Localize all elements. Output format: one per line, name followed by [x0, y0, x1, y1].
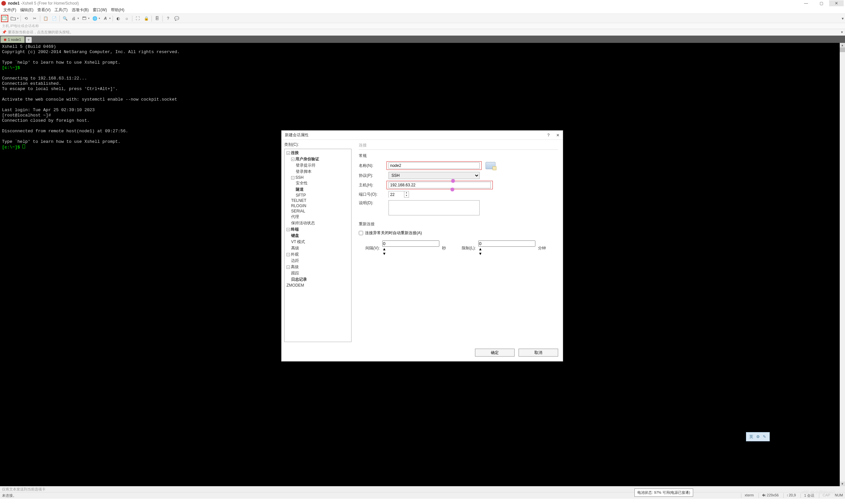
color-icon[interactable]: ◐: [115, 15, 122, 22]
spin-down-icon[interactable]: ▼: [478, 251, 535, 256]
app-icon: [1, 1, 6, 6]
dialog-title: 新建会话属性: [285, 132, 309, 138]
menu-view[interactable]: 查看(V): [35, 6, 52, 14]
window-close-button[interactable]: ✕: [829, 0, 844, 6]
menu-file[interactable]: 文件(F): [1, 6, 18, 14]
tree-node[interactable]: -用户身份验证: [286, 156, 350, 162]
font-dropdown-icon[interactable]: ▾: [109, 17, 110, 20]
menu-tabs[interactable]: 选项卡(B): [70, 6, 91, 14]
paste-icon[interactable]: 📄: [51, 15, 57, 22]
session-status-icon: [4, 39, 6, 41]
ime-lang-icon[interactable]: 英: [748, 434, 754, 440]
tree-node[interactable]: 隧道: [286, 186, 350, 193]
font-icon[interactable]: A: [102, 15, 109, 22]
window-maximize-button[interactable]: ▢: [814, 0, 828, 6]
tree-node[interactable]: -连接: [286, 150, 350, 156]
terminal-scrollbar[interactable]: ▲ ▼: [840, 43, 845, 486]
print-dropdown-icon[interactable]: ▾: [77, 17, 79, 20]
titlebar: node1 - Xshell 5 (Free for Home/School) …: [0, 0, 845, 6]
tree-node[interactable]: -终端: [286, 226, 350, 233]
tree-node[interactable]: VT 模式: [286, 239, 350, 245]
tree-node[interactable]: 保持活动状态: [286, 220, 350, 226]
port-spinner[interactable]: ▲▼: [388, 191, 409, 198]
ime-settings-icon[interactable]: ⚙: [755, 434, 761, 440]
address-bar[interactable]: 主机,IP地址或会话名称: [0, 23, 845, 29]
tree-node[interactable]: 安全性: [286, 180, 350, 186]
host-input[interactable]: [388, 182, 491, 188]
open-dropdown-icon[interactable]: ▾: [17, 17, 18, 20]
log-icon[interactable]: 🗄: [154, 15, 160, 22]
menu-window[interactable]: 窗口(W): [91, 6, 109, 14]
reconnect-icon[interactable]: ⟲: [23, 15, 29, 22]
dialog-help-button[interactable]: ?: [547, 133, 550, 138]
tree-node[interactable]: -外观: [286, 251, 350, 258]
quickbar-dropdown-icon[interactable]: ▾: [841, 30, 843, 34]
scroll-down-icon[interactable]: ▼: [840, 482, 845, 486]
ok-button[interactable]: 确定: [475, 349, 515, 357]
quick-command-bar: 📌 要添加当前会话，点击左侧的箭头按钮。 ▾: [0, 29, 845, 36]
globe-dropdown-icon[interactable]: ▾: [99, 17, 100, 20]
tree-node[interactable]: ZMODEM: [286, 283, 350, 288]
toolbar-overflow-icon[interactable]: ▾: [842, 16, 844, 21]
disconnect-icon[interactable]: ✂: [31, 15, 38, 22]
tree-node[interactable]: 代理: [286, 214, 350, 220]
tree-node[interactable]: 高级: [286, 245, 350, 251]
chat-icon[interactable]: 💬: [173, 15, 180, 22]
window-minimize-button[interactable]: —: [799, 0, 813, 6]
menu-help[interactable]: 帮助(H): [109, 6, 126, 14]
copy-icon[interactable]: 📋: [42, 15, 49, 22]
ime-edit-icon[interactable]: ✎: [761, 434, 768, 440]
tree-node[interactable]: TELNET: [286, 198, 350, 203]
tree-node[interactable]: SFTP: [286, 193, 350, 198]
interval-spinner[interactable]: ▲▼: [382, 240, 439, 256]
watermark-text: of室 @小蕾的oj记: [801, 489, 835, 496]
properties-dropdown-icon[interactable]: ▾: [88, 17, 89, 20]
tree-node[interactable]: -SSH: [286, 175, 350, 180]
limit-spinner[interactable]: ▲▼: [478, 240, 535, 256]
tree-node[interactable]: -高级: [286, 264, 350, 270]
tree-node[interactable]: 日志记录: [286, 276, 350, 283]
spin-up-icon[interactable]: ▲: [478, 247, 535, 251]
ime-toolbar[interactable]: 英 ⚙ ✎: [746, 432, 770, 441]
tree-node[interactable]: 跟踪: [286, 270, 350, 276]
scroll-thumb[interactable]: [840, 48, 845, 52]
spin-down-icon[interactable]: ▼: [404, 194, 409, 197]
fullscreen-icon[interactable]: ⛶: [134, 15, 141, 22]
session-tab[interactable]: 1 node1: [1, 36, 24, 43]
globe-icon[interactable]: 🌐: [91, 15, 98, 22]
separator: [162, 16, 163, 21]
limit-input[interactable]: [478, 240, 535, 247]
interval-input[interactable]: [382, 240, 439, 247]
anchor-icon[interactable]: 📌: [2, 30, 6, 34]
properties-icon[interactable]: 🗔: [81, 15, 87, 22]
spin-up-icon[interactable]: ▲: [404, 191, 409, 194]
help-icon[interactable]: ?: [165, 15, 171, 22]
scroll-up-icon[interactable]: ▲: [840, 43, 845, 48]
tree-node[interactable]: 边距: [286, 258, 350, 264]
tree-node[interactable]: 键盘: [286, 233, 350, 239]
add-tab-button[interactable]: +: [26, 37, 32, 43]
lock-icon[interactable]: 🔒: [143, 15, 149, 22]
search-icon[interactable]: 🔍: [62, 15, 68, 22]
tree-node[interactable]: SERIAL: [286, 209, 350, 214]
category-tree[interactable]: -连接-用户身份验证登录提示符登录脚本-SSH安全性隧道SFTPTELNETRL…: [284, 149, 352, 342]
name-input[interactable]: [388, 162, 480, 169]
protocol-select[interactable]: SSH: [388, 172, 480, 179]
port-input[interactable]: [389, 191, 404, 198]
highlight-icon[interactable]: ☼: [123, 15, 130, 22]
print-icon[interactable]: 🖨: [70, 15, 77, 22]
open-icon[interactable]: [10, 15, 17, 22]
tree-node[interactable]: 登录脚本: [286, 168, 350, 175]
session-bookmark-icon[interactable]: [486, 162, 495, 169]
spin-down-icon[interactable]: ▼: [382, 251, 439, 256]
new-session-icon[interactable]: +: [1, 15, 8, 22]
tree-node[interactable]: 登录提示符: [286, 162, 350, 168]
dialog-close-button[interactable]: ✕: [556, 133, 560, 138]
menu-edit[interactable]: 编辑(E): [18, 6, 35, 14]
tree-node[interactable]: RLOGIN: [286, 203, 350, 209]
menu-tools[interactable]: 工具(T): [52, 6, 69, 14]
cancel-button[interactable]: 取消: [518, 349, 558, 357]
auto-reconnect-checkbox[interactable]: [359, 231, 363, 235]
spin-up-icon[interactable]: ▲: [382, 247, 439, 251]
description-textarea[interactable]: [388, 200, 480, 215]
